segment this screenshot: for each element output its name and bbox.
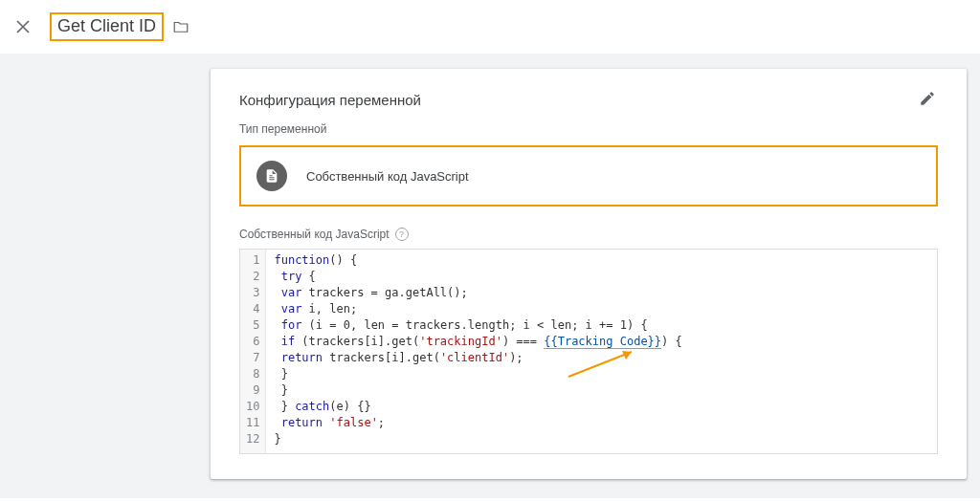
config-panel: Конфигурация переменной Тип переменной С… — [211, 69, 967, 479]
close-icon[interactable] — [11, 15, 34, 38]
line-numbers: 123456789101112 — [240, 250, 266, 453]
help-icon[interactable]: ? — [395, 228, 409, 241]
folder-icon[interactable] — [171, 17, 190, 36]
code-content[interactable]: function() { try { var trackers = ga.get… — [266, 250, 937, 453]
code-editor-label: Собственный код JavaScript ? — [239, 228, 938, 241]
variable-type-name: Собственный код JavaScript — [306, 169, 469, 184]
panel-header: Конфигурация переменной — [239, 90, 938, 109]
panel-title: Конфигурация переменной — [239, 92, 421, 108]
page-title[interactable]: Get Client ID — [50, 12, 164, 41]
edit-icon[interactable] — [919, 90, 938, 109]
variable-type-label: Тип переменной — [239, 122, 938, 136]
top-bar: Get Client ID — [0, 0, 980, 54]
variable-type-selector[interactable]: Собственный код JavaScript — [239, 145, 938, 207]
code-editor[interactable]: 123456789101112 function() { try { var t… — [239, 249, 938, 454]
code-label-text: Собственный код JavaScript — [239, 228, 390, 241]
content-area: Конфигурация переменной Тип переменной С… — [0, 54, 980, 498]
document-icon — [256, 161, 287, 191]
